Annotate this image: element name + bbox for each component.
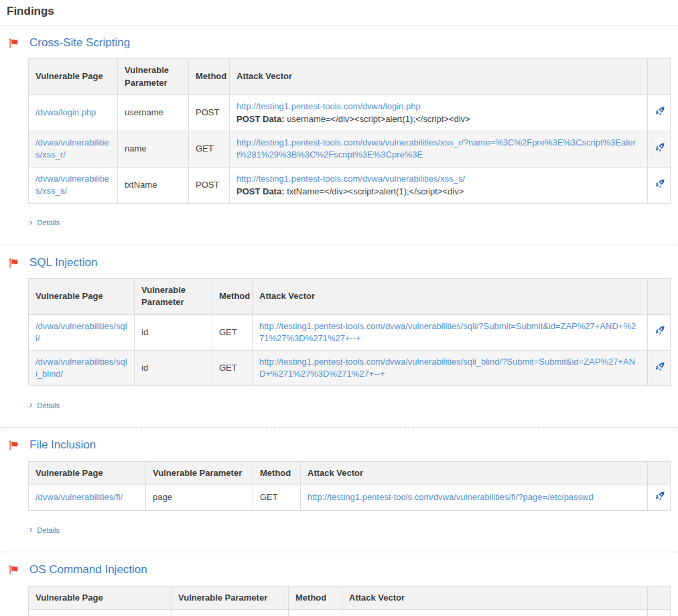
- method-cell: POST: [189, 95, 230, 131]
- post-data-line: POST Data: username=</div><script>alert(…: [236, 113, 640, 125]
- attack-vector-link[interactable]: http://testing1.pentest-tools.com/dvwa/v…: [259, 357, 635, 379]
- table-row: /dvwa/login.php username POST http://tes…: [29, 95, 671, 131]
- table-header-row: Vulnerable Page Vulnerable Parameter Met…: [29, 59, 671, 95]
- section-title-link[interactable]: Cross-Site Scripting: [29, 36, 130, 50]
- details-link[interactable]: ›Details: [29, 526, 60, 534]
- section-os-command-injection: OS Command Injection Vulnerable Page Vul…: [0, 552, 678, 616]
- attack-vector-link[interactable]: http://testing1.pentest-tools.com/dvwa/v…: [308, 492, 594, 502]
- vulnerable-page-cell: /dvwa/vulnerabilities/sqli/: [29, 314, 135, 350]
- details-label: Details: [37, 219, 60, 227]
- table-header-row: Vulnerable Page Vulnerable Parameter Met…: [29, 279, 671, 314]
- post-data-value: txtName=</div><script>alert(1);</script>…: [287, 186, 464, 196]
- section-heading: Cross-Site Scripting: [8, 36, 670, 50]
- flag-icon: [8, 257, 19, 269]
- attack-vector-link[interactable]: http://testing1.pentest-tools.com/dvwa/v…: [259, 321, 636, 343]
- section-file-inclusion: File Inclusion Vulnerable Page Vulnerabl…: [0, 428, 678, 534]
- table-row: /dvwa/vulnerabilities/xss_s/ txtName POS…: [29, 167, 671, 203]
- vulnerable-page-link[interactable]: /dvwa/vulnerabilities/sqli/: [36, 321, 127, 343]
- exploit-cell: [648, 314, 671, 350]
- attack-vector-cell: http://testing1.pentest-tools.com/dvwa/v…: [342, 609, 648, 616]
- flag-icon: [8, 440, 19, 451]
- section-heading: SQL Injection: [8, 256, 670, 269]
- rocket-icon: [655, 106, 665, 117]
- attack-vector-link[interactable]: http://testing1.pentest-tools.com/dvwa/v…: [236, 174, 465, 184]
- table-row: /dvwa/vulnerabilities/fi/ page GET http:…: [29, 485, 671, 510]
- column-header-vulnerable-parameter: Vulnerable Parameter: [118, 59, 189, 95]
- column-header-actions: [648, 461, 671, 485]
- attack-vector-cell: http://testing1.pentest-tools.com/dvwa/v…: [230, 131, 648, 167]
- column-header-attack-vector: Attack Vector: [230, 59, 648, 95]
- column-header-method: Method: [253, 461, 301, 485]
- column-header-attack-vector: Attack Vector: [253, 279, 648, 314]
- vulnerable-page-cell: /dvwa/vulnerabilities/xss_r/: [29, 131, 118, 167]
- vulnerable-page-cell: /dvwa/vulnerabilities/exec/: [29, 609, 172, 616]
- exploit-cell: [648, 485, 671, 510]
- method-cell: GET: [212, 314, 253, 350]
- section-heading: OS Command Injection: [8, 563, 670, 576]
- rocket-icon: [655, 142, 665, 153]
- vulnerable-parameter-cell: id: [135, 314, 212, 350]
- vulnerable-page-link[interactable]: /dvwa/vulnerabilities/xss_r/: [36, 137, 109, 160]
- section-title-link[interactable]: File Inclusion: [29, 438, 96, 452]
- attack-vector-cell: http://testing1.pentest-tools.com/dvwa/v…: [253, 314, 648, 350]
- section-cross-site-scripting: Cross-Site Scripting Vulnerable Page Vul…: [0, 25, 678, 227]
- column-header-vulnerable-page: Vulnerable Page: [29, 586, 172, 609]
- exploit-cell: [648, 131, 671, 167]
- exploit-cell: [648, 351, 671, 386]
- file-inclusion-findings-table: Vulnerable Page Vulnerable Parameter Met…: [28, 461, 671, 511]
- exploit-rocket-button[interactable]: [655, 106, 665, 117]
- attack-vector-cell: http://testing1.pentest-tools.com/dvwa/l…: [230, 95, 648, 131]
- column-header-vulnerable-parameter: Vulnerable Parameter: [172, 586, 289, 609]
- column-header-method: Method: [212, 279, 253, 314]
- rocket-icon: [655, 361, 665, 372]
- details-row: ›Details: [29, 219, 670, 227]
- vulnerable-page-link[interactable]: /dvwa/vulnerabilities/sqli_blind/: [36, 357, 127, 379]
- os-command-injection-findings-table: Vulnerable Page Vulnerable Parameter Met…: [28, 586, 671, 616]
- attack-vector-link[interactable]: http://testing1.pentest-tools.com/dvwa/l…: [236, 101, 421, 111]
- column-header-method: Method: [189, 59, 230, 95]
- xss-findings-table: Vulnerable Page Vulnerable Parameter Met…: [28, 58, 671, 204]
- vulnerable-parameter-cell: page: [146, 485, 253, 510]
- vulnerable-page-cell: /dvwa/vulnerabilities/xss_s/: [29, 167, 118, 203]
- section-title-link[interactable]: SQL Injection: [29, 256, 97, 269]
- vulnerable-page-link[interactable]: /dvwa/vulnerabilities/xss_s/: [36, 174, 109, 196]
- post-data-line: POST Data: txtName=</div><script>alert(1…: [236, 186, 640, 198]
- vulnerable-page-link[interactable]: /dvwa/login.php: [36, 107, 96, 117]
- attack-vector-cell: http://testing1.pentest-tools.com/dvwa/v…: [230, 167, 648, 203]
- rocket-icon: [655, 178, 665, 189]
- column-header-vulnerable-parameter: Vulnerable Parameter: [146, 461, 253, 485]
- vulnerable-page-cell: /dvwa/vulnerabilities/sqli_blind/: [29, 351, 135, 386]
- details-label: Details: [37, 402, 60, 410]
- exploit-cell: [648, 609, 671, 616]
- method-cell: GET: [212, 351, 253, 386]
- sqli-findings-table: Vulnerable Page Vulnerable Parameter Met…: [28, 278, 671, 386]
- table-row: /dvwa/vulnerabilities/xss_r/ name GET ht…: [29, 131, 671, 167]
- rocket-icon: [655, 491, 665, 501]
- vulnerable-parameter-cell: ip: [172, 609, 289, 616]
- exploit-rocket-button[interactable]: [655, 325, 665, 336]
- exploit-rocket-button[interactable]: [655, 142, 665, 153]
- method-cell: GET: [253, 485, 301, 510]
- vulnerable-page-link[interactable]: /dvwa/vulnerabilities/fi/: [36, 492, 123, 502]
- details-link[interactable]: ›Details: [29, 219, 60, 227]
- vulnerable-parameter-cell: name: [118, 131, 189, 167]
- attack-vector-cell: http://testing1.pentest-tools.com/dvwa/v…: [253, 351, 648, 386]
- column-header-actions: [648, 279, 671, 314]
- post-data-label: POST Data:: [236, 186, 285, 196]
- method-cell: POST: [189, 167, 230, 203]
- details-row: ›Details: [29, 401, 670, 410]
- vulnerable-parameter-cell: txtName: [118, 167, 189, 203]
- details-link[interactable]: ›Details: [29, 401, 60, 410]
- exploit-rocket-button[interactable]: [655, 491, 665, 501]
- chevron-right-icon: ›: [29, 400, 32, 409]
- post-data-label: POST Data:: [236, 114, 285, 124]
- column-header-actions: [648, 59, 671, 95]
- attack-vector-link[interactable]: http://testing1.pentest-tools.com/dvwa/v…: [236, 137, 636, 160]
- post-data-value: username=</div><script>alert(1);</script…: [287, 114, 470, 124]
- section-title-link[interactable]: OS Command Injection: [29, 563, 147, 576]
- exploit-rocket-button[interactable]: [655, 178, 665, 189]
- column-header-vulnerable-parameter: Vulnerable Parameter: [135, 279, 212, 314]
- section-heading: File Inclusion: [8, 438, 670, 452]
- table-header-row: Vulnerable Page Vulnerable Parameter Met…: [29, 461, 671, 485]
- exploit-rocket-button[interactable]: [655, 361, 665, 372]
